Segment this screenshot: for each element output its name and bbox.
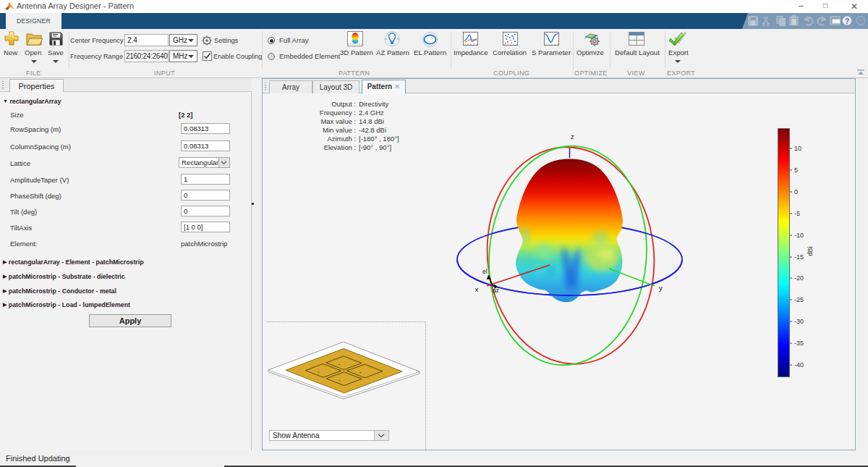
svg-text:5: 5 (794, 167, 798, 174)
svg-text:y: y (659, 284, 663, 292)
svg-text:-40: -40 (794, 361, 804, 369)
svg-text:el: el (482, 268, 488, 275)
svg-text:x: x (475, 285, 479, 293)
svg-text:-5: -5 (794, 210, 800, 217)
svg-text:-30: -30 (794, 318, 804, 325)
svg-text:-25: -25 (794, 296, 804, 303)
svg-text:?: ? (845, 17, 849, 25)
svg-text:10: 10 (794, 145, 801, 152)
svg-text:z: z (571, 132, 574, 140)
svg-text:-10: -10 (794, 232, 804, 239)
svg-text:-15: -15 (794, 253, 804, 261)
svg-text:-35: -35 (794, 340, 804, 347)
svg-text:-20: -20 (794, 274, 804, 282)
svg-text:az: az (493, 287, 499, 294)
svg-text:0: 0 (794, 188, 798, 195)
